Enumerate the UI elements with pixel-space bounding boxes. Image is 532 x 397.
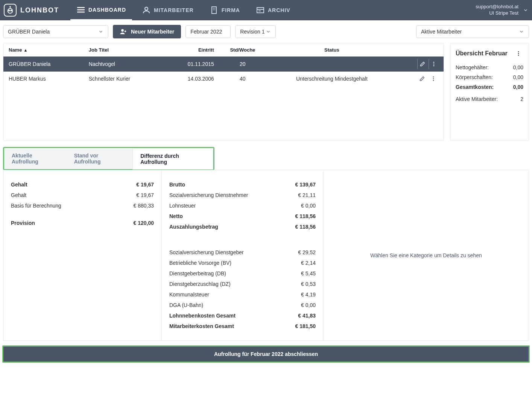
cell-status: Unterschreitung Mindestgehalt <box>268 72 395 86</box>
cell-job: Nachtvogel <box>86 56 164 72</box>
salary-right-column: Brutto€ 139,67 Sozialversicherung Dienst… <box>161 170 323 341</box>
logo-icon <box>4 4 17 17</box>
toolbar: GRÜBER Daniela Neuer Mitarbeiter Februar… <box>0 20 532 43</box>
filter-select-value: Aktive Mitarbeiter <box>421 29 462 35</box>
building-icon <box>210 6 219 15</box>
sort-asc-icon: ▲ <box>23 48 27 52</box>
finish-aufrollung-label: Aufrollung für Februar 2022 abschliessen <box>214 351 318 357</box>
col-std[interactable]: Std/Woche <box>217 43 268 56</box>
more-vertical-icon <box>430 76 436 82</box>
svg-rect-6 <box>212 7 216 14</box>
finish-aufrollung-button[interactable]: Aufrollung für Februar 2022 abschliessen <box>2 345 530 363</box>
add-user-icon <box>120 28 127 35</box>
svg-point-4 <box>10 6 11 7</box>
cell-eintritt: 14.03.2006 <box>164 72 217 86</box>
chevron-down-icon <box>98 29 103 34</box>
overview-netto-row: Nettogehälter:0,00 <box>456 64 523 70</box>
salary-left-column: Gehalt€ 19,67 Gehalt€ 19,67 Basis für Be… <box>3 170 161 341</box>
svg-point-1 <box>9 10 10 11</box>
svg-point-20 <box>433 80 434 81</box>
svg-point-21 <box>518 51 519 52</box>
employee-select[interactable]: GRÜBER Daniela <box>3 25 108 38</box>
employee-select-value: GRÜBER Daniela <box>8 29 50 35</box>
edit-row-button[interactable] <box>417 59 427 69</box>
col-name[interactable]: Name▲ <box>3 43 86 56</box>
brand: LOHNBOT <box>4 4 59 17</box>
overview-korp-row: Körperschaften:0,00 <box>456 74 523 80</box>
svg-point-18 <box>433 76 434 78</box>
overview-menu-button[interactable] <box>514 49 523 58</box>
svg-point-5 <box>145 7 148 10</box>
tab-differenz-aufrollung[interactable]: Differenz durch Aufrollung <box>132 148 213 169</box>
col-eintritt[interactable]: Eintritt <box>164 43 217 56</box>
table-row[interactable]: GRÜBER DanielaNachtvogel01.11.201520 <box>3 56 444 72</box>
svg-point-17 <box>433 65 434 66</box>
employee-table-card: Name▲ Job Titel Eintritt Std/Woche Statu… <box>3 43 444 141</box>
svg-rect-9 <box>213 9 214 10</box>
cell-eintritt: 01.11.2015 <box>164 56 217 72</box>
nav-mitarbeiter-label: MITARBEITER <box>154 7 194 13</box>
more-vertical-icon <box>431 61 437 67</box>
user-sub: UI Stripe Test <box>476 10 518 17</box>
cell-name: GRÜBER Daniela <box>3 56 86 72</box>
menu-icon <box>76 5 85 14</box>
col-status[interactable]: Status <box>268 43 395 56</box>
more-vertical-icon <box>515 50 521 56</box>
edit-icon <box>419 76 425 82</box>
archive-icon <box>256 6 265 15</box>
user-email: support@lohnbot.at <box>476 4 518 10</box>
chevron-down-icon <box>523 8 528 13</box>
employee-table: Name▲ Job Titel Eintritt Std/Woche Statu… <box>3 43 444 86</box>
svg-point-19 <box>433 78 434 79</box>
edit-row-button[interactable] <box>417 74 427 84</box>
aufrollung-tabs: Aktuelle Aufrollung Stand vor Aufrollung… <box>3 147 214 170</box>
cell-name: HUBER Markus <box>3 72 86 86</box>
overview-title: Übersicht Februar <box>456 50 508 57</box>
user-menu-toggle[interactable] <box>523 8 528 13</box>
revision-select-value: Revision 1 <box>240 29 264 35</box>
overview-card: Übersicht Februar Nettogehälter:0,00 Kör… <box>450 43 529 141</box>
new-employee-label: Neuer Mitarbeiter <box>131 29 174 35</box>
tab-stand-vor-aufrollung[interactable]: Stand vor Aufrollung <box>67 148 133 169</box>
nav-mitarbeiter[interactable]: MITARBEITER <box>136 0 200 20</box>
overview-gesamt-row: Gesamtkosten:0,00 <box>456 84 523 90</box>
chevron-down-icon <box>519 29 524 34</box>
nav-firma[interactable]: FIRMA <box>204 0 246 20</box>
brand-name: LOHNBOT <box>20 6 59 14</box>
month-select[interactable]: Februar 2022 <box>185 25 231 38</box>
cell-std: 40 <box>217 72 268 86</box>
svg-rect-8 <box>214 8 215 9</box>
detail-hint-text: Wählen Sie eine Kategorie um Details zu … <box>370 252 482 258</box>
svg-point-14 <box>121 29 124 32</box>
nav-firma-label: FIRMA <box>222 7 240 13</box>
cell-std: 20 <box>217 56 268 72</box>
new-employee-button[interactable]: Neuer Mitarbeiter <box>113 25 181 38</box>
svg-point-22 <box>518 53 519 54</box>
filter-select[interactable]: Aktive Mitarbeiter <box>416 25 529 38</box>
chevron-down-icon <box>266 29 271 34</box>
nav-archiv[interactable]: ARCHIV <box>250 0 296 20</box>
nav-dashboard[interactable]: DASHBOARD <box>70 0 132 20</box>
nav-dashboard-label: DASHBOARD <box>88 7 126 13</box>
row-menu-button[interactable] <box>429 59 438 69</box>
table-row[interactable]: HUBER MarkusSchnellster Kurier14.03.2006… <box>3 72 444 86</box>
topbar: LOHNBOT DASHBOARD MITARBEITER FIRMA ARCH… <box>0 0 532 20</box>
detail-placeholder: Wählen Sie eine Kategorie um Details zu … <box>323 170 529 341</box>
tab-aktuelle-aufrollung[interactable]: Aktuelle Aufrollung <box>4 148 67 169</box>
svg-point-23 <box>518 55 519 56</box>
cell-job: Schnellster Kurier <box>86 72 164 86</box>
row-menu-button[interactable] <box>429 74 438 84</box>
svg-rect-11 <box>257 8 264 13</box>
svg-point-16 <box>433 64 434 65</box>
aufrollung-content: Gehalt€ 19,67 Gehalt€ 19,67 Basis für Be… <box>3 170 529 341</box>
col-job[interactable]: Job Titel <box>86 43 164 56</box>
month-select-value: Februar 2022 <box>190 29 222 35</box>
nav-archiv-label: ARCHIV <box>268 7 290 13</box>
revision-select[interactable]: Revision 1 <box>235 25 276 38</box>
person-icon <box>142 6 151 15</box>
edit-icon <box>420 61 426 67</box>
svg-rect-7 <box>213 8 214 9</box>
svg-point-15 <box>433 62 434 63</box>
svg-point-2 <box>11 10 12 11</box>
main-nav: DASHBOARD MITARBEITER FIRMA ARCHIV <box>70 0 296 20</box>
